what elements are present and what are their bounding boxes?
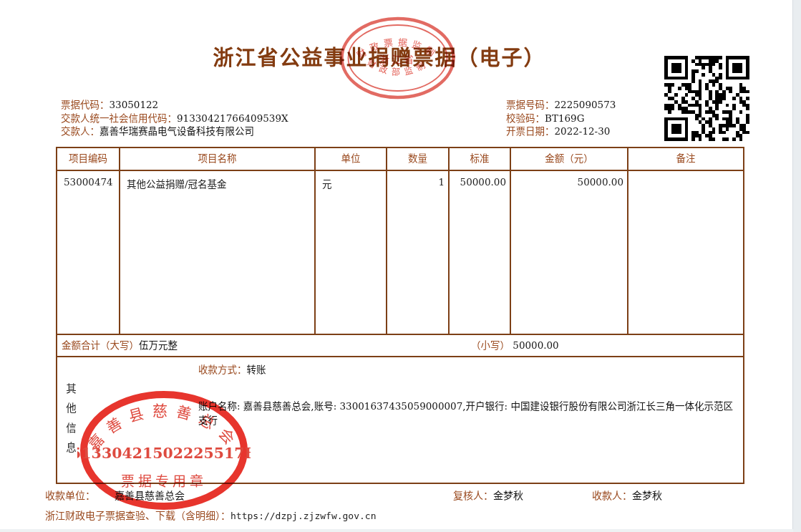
verification-url: https://dzpj.zjzwfw.gov.cn bbox=[230, 511, 377, 521]
col-header-item-name: 项目名称 bbox=[120, 148, 316, 170]
cell-quantity: 1 bbox=[387, 171, 450, 334]
field-payer-name: 交款人：嘉善华瑞赛晶电气设备科技有限公司 bbox=[61, 125, 288, 138]
cell-item-name: 其他公益捐赠/冠名基金 bbox=[120, 171, 316, 334]
cell-standard: 50000.00 bbox=[450, 171, 511, 334]
header-right-block: 票据号码：2225090573 校验码：BT169G 开票日期：2022-12-… bbox=[506, 98, 616, 138]
col-header-quantity: 数量 bbox=[387, 148, 450, 170]
field-issue-date: 开票日期：2022-12-30 bbox=[506, 125, 616, 138]
page-edge-bottom bbox=[0, 529, 793, 532]
cell-amount: 50000.00 bbox=[511, 171, 628, 334]
receiver-line: 收款人：金梦秋 bbox=[592, 488, 662, 502]
other-info-label: 其他信息 bbox=[63, 383, 78, 462]
header-left-block: 票据代码：33050122 交款人统一社会信用代码：91330421766409… bbox=[61, 98, 288, 138]
cell-remark bbox=[628, 171, 743, 334]
field-receipt-code: 票据代码：33050122 bbox=[61, 98, 288, 112]
total-in-words: 金额合计（大写）伍万元整 bbox=[62, 335, 178, 355]
qr-code bbox=[664, 56, 749, 141]
reviewer-line: 复核人：金梦秋 bbox=[453, 488, 523, 502]
page-edge-right bbox=[792, 0, 801, 532]
field-receipt-number: 票据号码：2225090573 bbox=[506, 98, 616, 112]
table-row: 53000474 其他公益捐赠/冠名基金 元 1 50000.00 50000.… bbox=[57, 171, 743, 335]
col-header-item-code: 项目编码 bbox=[57, 148, 120, 170]
payment-method: 收款方式：转账 bbox=[198, 362, 266, 376]
field-check-code: 校验码：BT169G bbox=[506, 112, 616, 125]
col-header-unit: 单位 bbox=[316, 148, 387, 170]
total-in-figures: （小写） 50000.00 bbox=[471, 335, 559, 355]
field-payer-credit-code: 交款人统一社会信用代码：91330421766409539X bbox=[61, 112, 288, 125]
account-info: 账户名称: 嘉善县慈善总会,账号: 33001637435059000007,开… bbox=[198, 399, 741, 427]
total-row: 金额合计（大写）伍万元整 （小写） 50000.00 bbox=[57, 335, 743, 357]
seal-bottom-text: 票据专用章 bbox=[121, 473, 207, 489]
seal-code-text: 51330421502225517B bbox=[77, 445, 251, 462]
stamp-center-text: 浙江省 bbox=[379, 54, 416, 65]
fiscal-supervision-stamp-icon: 财政票据监制 浙江省 财政部监制 bbox=[339, 16, 457, 102]
table-header-row: 项目编码 项目名称 单位 数量 标准 金额（元） 备注 bbox=[57, 148, 743, 171]
cell-item-code: 53000474 bbox=[57, 171, 120, 334]
col-header-remark: 备注 bbox=[628, 148, 743, 170]
col-header-amount: 金额（元） bbox=[511, 148, 628, 170]
charity-seal-icon: 嘉善县慈善总会 51330421502225517B 票据专用章 bbox=[77, 389, 251, 512]
receipt-page: 浙江省公益事业捐赠票据（电子） 财政票据监制 浙江省 财政部监制 票据代码：33… bbox=[0, 0, 801, 532]
col-header-standard: 标准 bbox=[450, 148, 511, 170]
cell-unit: 元 bbox=[316, 171, 387, 334]
